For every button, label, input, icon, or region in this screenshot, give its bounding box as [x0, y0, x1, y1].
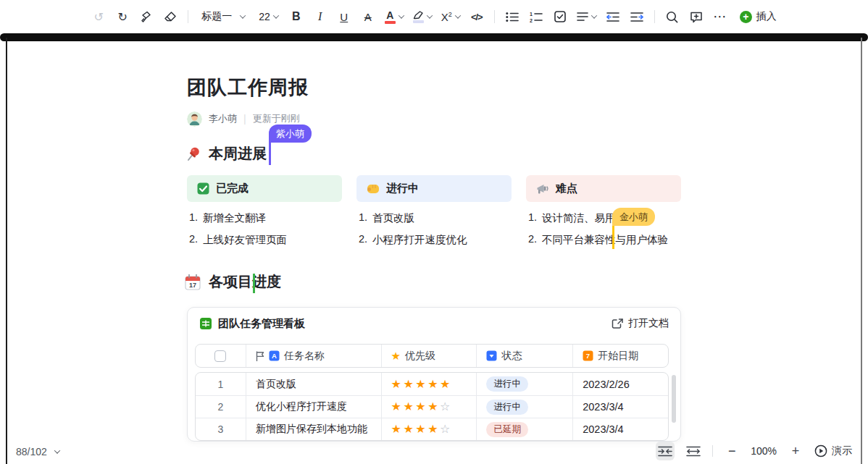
zoom-in-button[interactable]: +	[786, 442, 805, 460]
list-marker: 1.	[189, 211, 198, 225]
format-painter-icon[interactable]	[136, 7, 157, 27]
section-heading-weekly-progress[interactable]: 本周进展	[185, 144, 267, 164]
table-row[interactable]: 2 优化小程序打开速度 ★★★★☆ 进行中 2023/3/4	[196, 395, 668, 418]
font-color-icon: A	[385, 10, 396, 24]
collab-cursor-badge-purple: 紫小萌	[269, 125, 312, 143]
indent-icon[interactable]	[627, 7, 647, 27]
search-glyph	[666, 11, 678, 23]
alignment-dropdown[interactable]	[574, 7, 599, 27]
open-document-button[interactable]: 打开文档	[612, 317, 669, 330]
date-cell[interactable]: 2023/3/4	[572, 396, 668, 418]
strikethrough-icon[interactable]: A	[358, 7, 378, 27]
list-item-text: 新增全文翻译	[203, 211, 266, 225]
search-icon[interactable]	[662, 7, 683, 27]
outdent-icon[interactable]	[603, 7, 623, 27]
priority-cell[interactable]: ★★★★★	[381, 373, 477, 395]
date-cell[interactable]: 2023/2/26	[572, 373, 668, 395]
insert-button[interactable]: + 插入	[737, 7, 780, 27]
table-row[interactable]: 1 首页改版 ★★★★★ 进行中 2023/2/26	[196, 373, 668, 395]
eraser-icon[interactable]	[160, 7, 180, 27]
date-cell[interactable]: 2023/3/4	[572, 418, 668, 440]
more-options-icon[interactable]: ⋯	[710, 7, 730, 27]
card-scrollbar[interactable]	[672, 375, 676, 423]
section-heading-project-progress[interactable]: 17 各项目进度	[184, 272, 281, 292]
full-width-button[interactable]	[684, 442, 703, 460]
play-circle-icon	[814, 444, 827, 457]
column-header-start-date[interactable]: 7 开始日期	[572, 345, 668, 367]
column-header-priority[interactable]: ★ 优先级	[381, 345, 477, 367]
eraser-glyph	[164, 11, 177, 22]
present-button[interactable]: 演示	[814, 444, 852, 457]
star-rating: ★★★★☆	[391, 423, 452, 435]
avatar-illustration	[187, 111, 202, 127]
list-item[interactable]: 1.首页改版	[359, 211, 414, 225]
numbered-list-icon[interactable]: 12	[526, 7, 546, 27]
meta-divider: |	[243, 113, 246, 125]
underline-icon[interactable]: U	[334, 7, 354, 27]
minus-icon: −	[728, 444, 736, 459]
callout-in-progress[interactable]: 进行中	[356, 175, 512, 202]
check-mark-icon	[197, 182, 209, 195]
font-color-dropdown[interactable]: A	[382, 7, 406, 27]
code-glyph: </>	[471, 12, 483, 22]
start-date: 2023/2/26	[583, 379, 630, 390]
highlight-color-swatch	[413, 20, 424, 23]
bold-icon[interactable]: B	[286, 7, 306, 27]
underline-glyph: U	[340, 11, 348, 23]
zoom-out-button[interactable]: −	[722, 442, 741, 460]
select-field-icon	[486, 350, 497, 361]
zoom-level[interactable]: 100%	[751, 445, 777, 457]
callout-difficulties[interactable]: 难点	[526, 175, 681, 202]
status-badge: 已延期	[486, 422, 528, 437]
task-list-icon[interactable]	[550, 7, 570, 27]
task-name-cell[interactable]: 优化小程序打开速度	[246, 396, 381, 418]
list-item[interactable]: 2.小程序打开速度优化	[359, 233, 467, 247]
redo-icon[interactable]: ↻	[112, 7, 133, 27]
font-size-dropdown[interactable]: 22	[254, 7, 283, 27]
code-icon[interactable]: </>	[467, 7, 487, 27]
outline-counter[interactable]: 88/102	[16, 446, 59, 457]
priority-cell[interactable]: ★★★★☆	[381, 396, 477, 418]
document-title[interactable]: 团队工作周报	[187, 75, 309, 101]
author-avatar[interactable]	[187, 111, 202, 127]
list-item[interactable]: 2.不同平台兼容性与用户体验	[528, 233, 668, 247]
priority-cell[interactable]: ★★★★☆	[381, 418, 477, 440]
highlight-color-dropdown[interactable]	[410, 7, 435, 27]
comment-icon[interactable]	[686, 7, 706, 27]
collab-caret-yellow	[612, 226, 614, 249]
narrow-width-button[interactable]	[656, 442, 675, 460]
megaphone-icon	[536, 183, 549, 195]
pushpin-icon	[185, 146, 201, 162]
indent-glyph	[630, 12, 643, 22]
column-header-status[interactable]: 状态	[476, 345, 572, 367]
bullet-list-icon[interactable]	[502, 7, 522, 27]
superscript-dropdown[interactable]: X2	[438, 7, 463, 27]
svg-text:17: 17	[189, 282, 196, 289]
toolbar-divider	[188, 10, 188, 23]
text-caret-green	[253, 274, 255, 293]
table-row[interactable]: 3 新增图片保存到本地功能 ★★★★☆ 已延期 2023/3/4	[196, 418, 668, 440]
callout-done[interactable]: 已完成	[187, 175, 342, 202]
chevron-down-icon	[54, 447, 60, 453]
status-cell[interactable]: 进行中	[476, 373, 572, 395]
list-item-text: 上线好友管理页面	[203, 233, 287, 247]
stars-empty: ☆	[440, 400, 452, 413]
list-item[interactable]: 2.上线好友管理页面	[189, 233, 287, 247]
italic-icon[interactable]: I	[310, 7, 330, 27]
list-item[interactable]: 1.新增全文翻译	[189, 211, 266, 225]
task-name-cell[interactable]: 新增图片保存到本地功能	[246, 418, 381, 440]
undo-icon[interactable]: ↺	[88, 7, 109, 27]
status-cell[interactable]: 已延期	[476, 418, 572, 440]
bitable-title-row[interactable]: 团队任务管理看板	[199, 317, 305, 331]
column-header-task-name[interactable]: A 任务名称	[246, 345, 381, 367]
select-all-checkbox[interactable]	[214, 350, 226, 362]
task-name-cell[interactable]: 首页改版	[246, 373, 381, 395]
author-name[interactable]: 李小萌	[209, 112, 237, 125]
chevron-down-icon	[273, 12, 279, 18]
list-marker: 2.	[528, 233, 537, 247]
stars-filled: ★★★★	[391, 423, 440, 435]
stars-filled: ★★★★★	[391, 378, 452, 390]
heading-style-dropdown[interactable]: 标题一	[196, 7, 251, 27]
status-cell[interactable]: 进行中	[476, 396, 572, 418]
superscript-exp: 2	[448, 11, 452, 18]
